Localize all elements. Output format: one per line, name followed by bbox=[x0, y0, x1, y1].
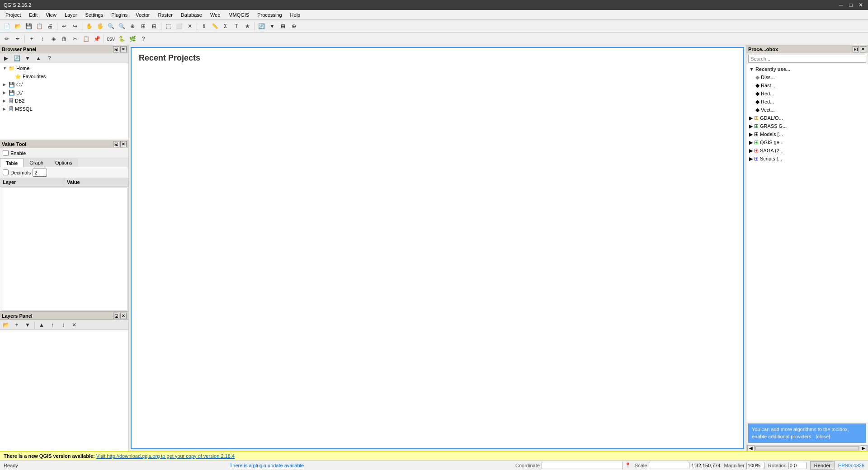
bookmark-button[interactable]: ★ bbox=[242, 21, 252, 31]
layer-add-btn[interactable]: + bbox=[12, 320, 22, 330]
layers-float-btn[interactable]: ◱ bbox=[113, 313, 119, 319]
tree-item-home[interactable]: ▼ 📁 Home bbox=[1, 64, 127, 72]
menu-plugins[interactable]: Plugins bbox=[108, 11, 131, 19]
select-feature-button[interactable]: ⬚ bbox=[163, 21, 173, 31]
print-button[interactable]: 🖨 bbox=[45, 21, 55, 31]
close-button[interactable]: ✕ bbox=[857, 2, 864, 8]
proc-item-qgis[interactable]: ▶ ⊞ QGIS ge... bbox=[747, 138, 867, 146]
scroll-left-btn[interactable]: ◀ bbox=[747, 445, 755, 451]
proc-item-rast[interactable]: ◆ Rast... bbox=[747, 81, 867, 89]
tab-options[interactable]: Options bbox=[49, 158, 78, 167]
update-link[interactable]: Visit http://download.qgis.org to get yo… bbox=[96, 453, 235, 459]
epsg-label[interactable]: EPSG:4326 bbox=[838, 463, 864, 468]
proc-item-diss[interactable]: ◆ Diss... bbox=[747, 73, 867, 81]
tree-item-d[interactable]: ▶ 💾 D:/ bbox=[1, 89, 127, 97]
undo-button[interactable]: ↩ bbox=[59, 21, 69, 31]
plugin-update-link[interactable]: There is a plugin update available bbox=[22, 463, 512, 468]
add-feature-button[interactable]: + bbox=[27, 34, 37, 44]
python-button[interactable]: 🐍 bbox=[117, 34, 127, 44]
browser-collapse-button[interactable]: ▲ bbox=[33, 53, 43, 63]
browser-float-button[interactable]: ◱ bbox=[113, 46, 119, 52]
menu-view[interactable]: View bbox=[42, 11, 60, 19]
layer-filter-btn[interactable]: ▼ bbox=[23, 320, 33, 330]
tab-table[interactable]: Table bbox=[0, 158, 24, 167]
browser-refresh-button[interactable]: 🔄 bbox=[12, 53, 22, 63]
proc-item-scripts[interactable]: ▶ ⊞ Scripts [... bbox=[747, 155, 867, 163]
proc-item-grass[interactable]: ▶ ⊞ GRASS G... bbox=[747, 122, 867, 130]
menu-settings[interactable]: Settings bbox=[81, 11, 107, 19]
menu-raster[interactable]: Raster bbox=[154, 11, 176, 19]
tree-item-db2[interactable]: ▶ 🗄 DB2 bbox=[1, 97, 127, 105]
identify-button[interactable]: ℹ bbox=[199, 21, 209, 31]
open-project-button[interactable]: 📂 bbox=[13, 21, 23, 31]
proc-item-vect[interactable]: ◆ Vect... bbox=[747, 106, 867, 114]
proc-item-red1[interactable]: ◆ Red... bbox=[747, 89, 867, 98]
refresh-button[interactable]: 🔄 bbox=[256, 21, 266, 31]
magnifier-input[interactable] bbox=[746, 462, 764, 469]
menu-project[interactable]: Project bbox=[2, 11, 24, 19]
tree-item-c[interactable]: ▶ 💾 C:/ bbox=[1, 80, 127, 89]
minimize-button[interactable]: ─ bbox=[837, 2, 844, 8]
node-tool-button[interactable]: ◈ bbox=[48, 34, 58, 44]
zoom-out-button[interactable]: 🔍 bbox=[117, 21, 127, 31]
tile-button[interactable]: ⊞ bbox=[278, 21, 288, 31]
menu-database[interactable]: Database bbox=[177, 11, 206, 19]
browser-help-button[interactable]: ? bbox=[44, 53, 54, 63]
browser-close-button[interactable]: ✕ bbox=[120, 46, 127, 52]
value-tool-close-btn[interactable]: ✕ bbox=[120, 141, 127, 147]
menu-processing[interactable]: Processing bbox=[254, 11, 285, 19]
zoom-in-button[interactable]: 🔍 bbox=[106, 21, 116, 31]
browser-filter-button[interactable]: ▼ bbox=[23, 53, 33, 63]
redo-button[interactable]: ↪ bbox=[70, 21, 80, 31]
menu-layer[interactable]: Layer bbox=[61, 11, 81, 19]
extra-button[interactable]: ⊕ bbox=[289, 21, 299, 31]
decimals-checkbox[interactable] bbox=[3, 169, 9, 175]
layer-open-btn[interactable]: 📂 bbox=[1, 320, 11, 330]
decimals-input[interactable] bbox=[33, 169, 47, 177]
layer-up-btn[interactable]: ↑ bbox=[47, 320, 57, 330]
proc-item-saga[interactable]: ▶ ⊞ SAGA (2... bbox=[747, 146, 867, 155]
menu-help[interactable]: Help bbox=[287, 11, 304, 19]
save-as-button[interactable]: 📋 bbox=[34, 21, 44, 31]
rotation-input[interactable] bbox=[788, 462, 807, 469]
info-box-link[interactable]: enable additional providers. bbox=[752, 434, 813, 439]
layer-collapse-btn[interactable]: ▲ bbox=[37, 320, 47, 330]
render-button[interactable]: Render bbox=[810, 461, 835, 470]
csv-button[interactable]: csv bbox=[106, 34, 116, 44]
browser-expand-button[interactable]: ▶ bbox=[1, 53, 11, 63]
zoom-selection-button[interactable]: ⊟ bbox=[149, 21, 159, 31]
menu-mmqgis[interactable]: MMQGIS bbox=[225, 11, 253, 19]
proc-close-btn[interactable]: ✕ bbox=[860, 46, 866, 52]
layer-down-btn[interactable]: ↓ bbox=[58, 320, 68, 330]
scroll-right-btn[interactable]: ▶ bbox=[860, 445, 867, 451]
enable-checkbox[interactable] bbox=[3, 150, 9, 156]
pan-button[interactable]: ✋ bbox=[84, 21, 94, 31]
paste-button[interactable]: 📌 bbox=[92, 34, 102, 44]
pan-map-button[interactable]: 🖐 bbox=[95, 21, 105, 31]
delete-selected-button[interactable]: 🗑 bbox=[59, 34, 69, 44]
filter-button[interactable]: ▼ bbox=[267, 21, 277, 31]
save-project-button[interactable]: 💾 bbox=[24, 21, 33, 31]
new-project-button[interactable]: 📄 bbox=[2, 21, 12, 31]
tree-item-favourites[interactable]: ⭐ Favourites bbox=[1, 72, 127, 80]
value-tool-float-btn[interactable]: ◱ bbox=[113, 141, 119, 147]
scale-input[interactable] bbox=[649, 462, 689, 469]
edit-button[interactable]: ✒ bbox=[13, 34, 23, 44]
zoom-layer-button[interactable]: ⊞ bbox=[138, 21, 148, 31]
menu-web[interactable]: Web bbox=[207, 11, 224, 19]
menu-vector[interactable]: Vector bbox=[132, 11, 153, 19]
maximize-button[interactable]: □ bbox=[847, 2, 854, 8]
menu-edit[interactable]: Edit bbox=[25, 11, 41, 19]
digitize-button[interactable]: ✏ bbox=[2, 34, 12, 44]
grass-button[interactable]: 🌿 bbox=[127, 34, 137, 44]
cut-button[interactable]: ✂ bbox=[70, 34, 80, 44]
tab-graph[interactable]: Graph bbox=[24, 158, 49, 167]
tree-item-mssql[interactable]: ▶ 🗄 MSSQL bbox=[1, 105, 127, 113]
proc-recently-used[interactable]: ▼ Recently use... bbox=[747, 65, 867, 73]
proc-item-models[interactable]: ▶ ⊞ Models [... bbox=[747, 130, 867, 138]
help2-button[interactable]: ? bbox=[138, 34, 148, 44]
proc-item-gdal[interactable]: ▶ ⊞ GDAL/O... bbox=[747, 114, 867, 122]
layer-remove-btn[interactable]: ✕ bbox=[69, 320, 79, 330]
measure-button[interactable]: 📏 bbox=[210, 21, 220, 31]
info-box-close[interactable]: [close] bbox=[816, 434, 830, 439]
